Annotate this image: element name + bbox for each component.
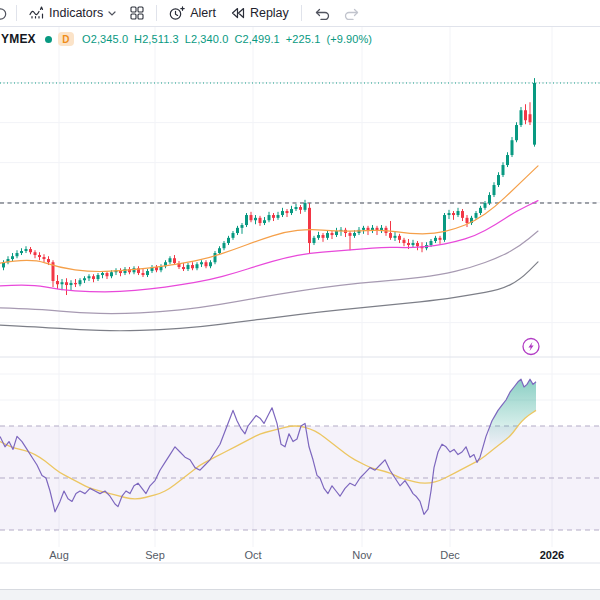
candle-body xyxy=(416,243,419,246)
candle-body xyxy=(25,249,28,251)
candle-body xyxy=(277,215,280,218)
change-percent: (+9.90%) xyxy=(326,33,372,45)
candle-body xyxy=(529,114,532,122)
candle-body xyxy=(466,218,469,223)
ma-slow-mauve xyxy=(0,231,538,314)
candle-body xyxy=(313,238,316,243)
candle-body xyxy=(272,215,275,218)
candle-body xyxy=(349,233,352,236)
candle-body xyxy=(434,238,437,241)
open-number: 2,345.0 xyxy=(91,33,128,45)
candle-body xyxy=(335,231,338,235)
candle-body xyxy=(110,272,113,276)
candle-body xyxy=(187,265,190,269)
candle-body xyxy=(461,211,464,218)
candle-body xyxy=(79,280,82,284)
candle-body xyxy=(475,213,478,218)
time-axis[interactable]: AugSepOctNovDec2026 xyxy=(49,549,564,561)
candle-body xyxy=(61,282,64,284)
candle-body xyxy=(488,195,491,203)
candle-body xyxy=(250,215,253,220)
candle-body xyxy=(182,267,185,269)
alert-button[interactable]: Alert xyxy=(162,1,223,25)
market-status-dot xyxy=(45,36,52,43)
replay-rewind-icon xyxy=(230,7,245,19)
chart-application: Indicators Alert xyxy=(0,0,600,600)
candle-body xyxy=(101,273,104,275)
candle-body xyxy=(412,243,415,245)
candle-body xyxy=(308,208,311,243)
low-number: 2,340.0 xyxy=(191,33,228,45)
layout-templates-button[interactable] xyxy=(123,1,151,25)
candle-body xyxy=(407,243,410,245)
candle-body xyxy=(299,207,302,210)
candle-body xyxy=(191,265,194,268)
undo-button[interactable] xyxy=(307,1,337,25)
indicators-label: Indicators xyxy=(49,6,103,20)
top-toolbar: Indicators Alert xyxy=(0,0,600,27)
candle-body xyxy=(493,185,496,195)
candle-body xyxy=(74,283,77,284)
candle-body xyxy=(362,228,365,230)
candle-body xyxy=(439,238,442,240)
close-value: C2,499.1 xyxy=(234,33,279,45)
change-value: +225.1 xyxy=(286,33,321,45)
candle-body xyxy=(295,207,298,209)
alert-clock-plus-icon xyxy=(169,6,185,21)
candle-body xyxy=(389,233,392,238)
time-axis-label[interactable]: 2026 xyxy=(540,549,564,561)
high-value: H2,511.3 xyxy=(134,33,179,45)
candle-body xyxy=(227,238,230,243)
redo-arrow-icon xyxy=(344,7,360,20)
high-label: H xyxy=(134,33,142,45)
indicators-button[interactable]: Indicators xyxy=(22,1,123,25)
undo-arrow-icon xyxy=(314,7,330,20)
time-axis-label[interactable]: Oct xyxy=(244,549,261,561)
candle-body xyxy=(65,282,68,285)
replay-label: Replay xyxy=(250,6,289,20)
indicators-icon xyxy=(29,6,44,20)
candle-body xyxy=(47,259,50,262)
time-axis-label[interactable]: Nov xyxy=(352,549,372,561)
candle-body xyxy=(196,264,199,268)
symbol-name[interactable]: YMEX xyxy=(1,32,36,46)
candle-body xyxy=(268,215,271,220)
alert-label: Alert xyxy=(190,6,216,20)
candle-body xyxy=(506,155,509,165)
candle-body xyxy=(20,251,23,253)
time-axis-label[interactable]: Sep xyxy=(145,549,165,561)
toolbar-separator xyxy=(16,5,17,21)
candle-body xyxy=(254,218,257,220)
candle-body xyxy=(533,83,536,145)
chart-canvas[interactable]: AugSepOctNovDec2026 xyxy=(0,0,600,600)
replay-button[interactable]: Replay xyxy=(223,1,296,25)
toolbar-separator xyxy=(301,5,302,21)
candle-body xyxy=(281,211,284,215)
candle-body xyxy=(241,225,244,228)
candle-body xyxy=(169,258,172,262)
high-number: 2,511.3 xyxy=(142,33,179,45)
low-value: L2,340.0 xyxy=(185,33,229,45)
open-label: O xyxy=(82,33,91,45)
candle-body xyxy=(457,211,460,215)
time-axis-label[interactable]: Aug xyxy=(49,549,69,561)
time-axis-label[interactable]: Dec xyxy=(440,549,460,561)
chevron-down-icon[interactable] xyxy=(108,11,116,16)
candle-body xyxy=(497,175,500,185)
candle-body xyxy=(394,236,397,238)
open-value: O2,345.0 xyxy=(82,33,128,45)
candle-body xyxy=(236,228,239,233)
candle-body xyxy=(218,248,221,253)
candle-body xyxy=(353,233,356,236)
candle-body xyxy=(214,253,217,262)
close-number: 2,499.1 xyxy=(242,33,279,45)
quick-action-lightning-button[interactable] xyxy=(523,339,539,355)
redo-button[interactable] xyxy=(337,1,367,25)
clipped-tool-icon[interactable] xyxy=(0,1,11,25)
candle-body xyxy=(259,218,262,223)
interval-badge[interactable]: D xyxy=(58,32,74,46)
candle-body xyxy=(245,215,248,225)
candle-body xyxy=(56,281,59,284)
candle-body xyxy=(200,262,203,264)
toolbar-separator xyxy=(156,5,157,21)
